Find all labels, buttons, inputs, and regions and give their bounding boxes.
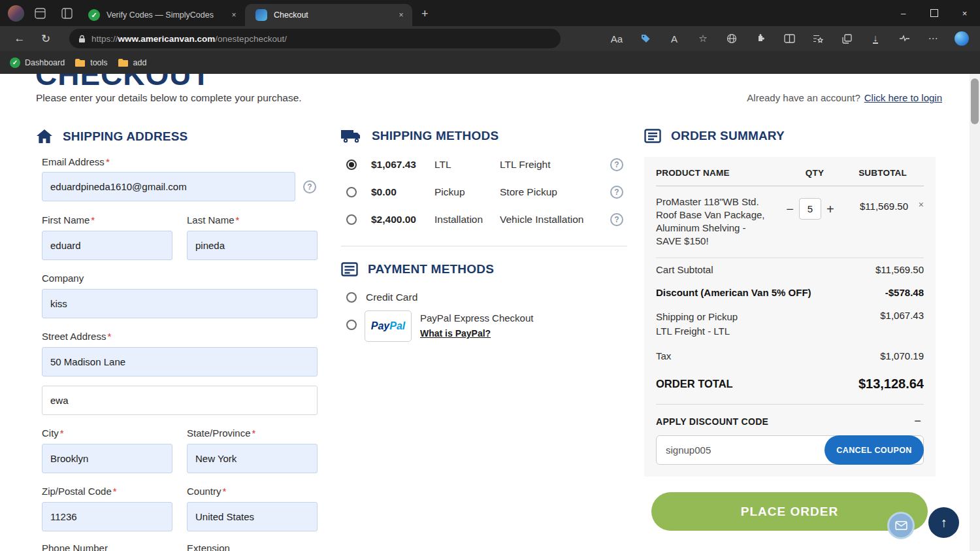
bookmark-folder-add[interactable]: add xyxy=(118,58,147,67)
truck-icon xyxy=(341,129,362,143)
item-subtotal: $11,569.50 xyxy=(847,201,908,212)
collapse-icon[interactable]: − xyxy=(914,414,924,428)
shopping-tag-icon[interactable] xyxy=(631,28,660,49)
bookmark-folder-tools[interactable]: tools xyxy=(74,58,107,67)
close-tab-icon[interactable]: × xyxy=(395,10,407,20)
chat-widget-button[interactable] xyxy=(887,512,915,539)
radio-button[interactable] xyxy=(346,187,357,197)
credit-card-option[interactable]: Credit Card xyxy=(341,292,417,303)
tab-search-icon[interactable] xyxy=(56,3,78,23)
coupon-row: CANCEL COUPON xyxy=(656,435,924,465)
page-title: CHECKOUT xyxy=(35,74,211,92)
company-field[interactable] xyxy=(42,289,318,318)
email-label: Email Address* xyxy=(42,156,110,167)
qty-increase-button[interactable]: + xyxy=(826,203,834,216)
city-field[interactable] xyxy=(42,444,172,473)
radio-button[interactable] xyxy=(346,292,357,303)
place-order-button[interactable]: PLACE ORDER xyxy=(651,492,928,531)
state-field[interactable] xyxy=(187,444,318,473)
profile-avatar[interactable] xyxy=(8,5,24,22)
refresh-button[interactable]: ↻ xyxy=(33,32,59,46)
zip-field[interactable] xyxy=(42,502,172,531)
quantity-stepper: − + xyxy=(774,198,847,220)
tab-simplycodes[interactable]: ✓ Verify Codes — SimplyCodes × xyxy=(78,4,245,26)
globe-icon[interactable] xyxy=(717,28,746,49)
bookmarks-bar: ✓ Dashboard tools add xyxy=(0,51,980,74)
copilot-icon[interactable] xyxy=(947,28,976,49)
radio-button[interactable] xyxy=(346,214,357,225)
scroll-to-top-button[interactable]: ↑ xyxy=(928,507,959,538)
extension-icon[interactable] xyxy=(746,28,775,49)
folder-icon xyxy=(118,58,129,67)
new-tab-button[interactable]: + xyxy=(421,7,429,21)
qty-input[interactable] xyxy=(799,198,821,220)
what-is-paypal-link[interactable]: What is PayPal? xyxy=(420,328,491,339)
page-subtitle: Please enter your details below to compl… xyxy=(36,92,302,104)
radio-button[interactable] xyxy=(346,159,357,170)
envelope-icon xyxy=(895,521,907,530)
page-scrollbar[interactable] xyxy=(970,74,980,551)
scrollbar-thumb[interactable] xyxy=(971,78,979,124)
qty-decrease-button[interactable]: − xyxy=(786,203,794,216)
remove-item-icon[interactable]: × xyxy=(908,199,924,210)
product-name: ProMaster 118"WB Std. Roof Base Van Pack… xyxy=(656,195,774,248)
country-label: Country* xyxy=(187,486,226,497)
phone-label: Phone Number xyxy=(42,543,108,551)
minimize-button[interactable]: – xyxy=(888,0,919,26)
login-link[interactable]: Click here to login xyxy=(864,92,942,103)
americanvan-favicon xyxy=(255,9,267,21)
email-field[interactable] xyxy=(42,172,295,201)
cart-subtotal-row: Cart Subtotal $11,569.50 xyxy=(656,258,924,281)
street-address-field[interactable] xyxy=(42,347,318,376)
bookmark-label: tools xyxy=(90,58,107,67)
paypal-option[interactable]: PayPal PayPal Express Checkout What is P… xyxy=(341,310,627,342)
tax-row: Tax $1,070.19 xyxy=(656,344,924,367)
browser-titlebar: ✓ Verify Codes — SimplyCodes × Checkout … xyxy=(0,0,980,26)
last-name-field[interactable] xyxy=(187,231,318,260)
translate-icon[interactable]: Aa xyxy=(602,28,631,49)
summary-table-header: PRODUCT NAME QTY SUBTOTAL xyxy=(656,157,924,186)
order-total-row: ORDER TOTAL $13,128.64 xyxy=(656,367,924,397)
login-prompt: Already have an account?Click here to lo… xyxy=(747,92,942,103)
email-help-icon[interactable]: ? xyxy=(303,180,316,193)
last-name-label: Last Name* xyxy=(187,214,239,225)
paypal-label: PayPal Express Checkout xyxy=(420,312,533,324)
back-button[interactable]: ← xyxy=(7,32,33,45)
bookmark-dashboard[interactable]: ✓ Dashboard xyxy=(10,58,65,68)
bookmark-label: Dashboard xyxy=(25,58,65,67)
paypal-texts: PayPal Express Checkout What is PayPal? xyxy=(420,310,533,339)
shipping-methods-heading: SHIPPING METHODS xyxy=(341,129,498,143)
split-screen-icon[interactable] xyxy=(775,28,804,49)
shipping-method-option[interactable]: $0.00 Pickup Store Pickup ? xyxy=(341,180,627,205)
browser-essentials-icon[interactable] xyxy=(890,28,919,49)
order-summary-panel: PRODUCT NAME QTY SUBTOTAL ProMaster 118"… xyxy=(644,157,936,476)
settings-menu-icon[interactable]: ⋯ xyxy=(919,28,947,49)
shipping-row: Shipping or PickupLTL Freight - LTL $1,0… xyxy=(656,304,924,344)
shipping-address-heading: SHIPPING ADDRESS xyxy=(36,129,188,144)
help-icon[interactable]: ? xyxy=(610,186,623,199)
favorite-star-icon[interactable]: ☆ xyxy=(689,28,717,49)
shipping-method-option[interactable]: $1,067.43 LTL LTL Freight ? xyxy=(341,152,627,177)
country-field[interactable] xyxy=(187,502,318,531)
street-address-2-field[interactable] xyxy=(42,386,318,415)
cancel-coupon-button[interactable]: CANCEL COUPON xyxy=(825,435,924,465)
help-icon[interactable]: ? xyxy=(610,158,623,171)
close-tab-icon[interactable]: × xyxy=(228,10,240,20)
close-window-button[interactable]: × xyxy=(949,0,980,26)
help-icon[interactable]: ? xyxy=(610,213,623,226)
download-icon[interactable]: ↓ xyxy=(861,28,890,49)
street-address-label: Street Address* xyxy=(42,331,111,342)
apply-discount-header[interactable]: APPLY DISCOUNT CODE − xyxy=(656,405,924,435)
maximize-button[interactable] xyxy=(919,0,949,26)
address-bar[interactable]: https://www.americanvan.com/onestepcheck… xyxy=(69,29,561,48)
home-icon xyxy=(36,129,53,144)
first-name-field[interactable] xyxy=(42,231,172,260)
collections-icon[interactable] xyxy=(832,28,861,49)
read-aloud-icon[interactable]: A xyxy=(660,28,689,49)
shipping-method-option[interactable]: $2,400.00 Installation Vehicle Installat… xyxy=(341,207,627,232)
favorites-list-icon[interactable] xyxy=(804,28,832,49)
radio-button[interactable] xyxy=(346,320,357,330)
tab-checkout[interactable]: Checkout × xyxy=(245,4,412,26)
paypal-logo: PayPal xyxy=(365,310,412,342)
workspaces-icon[interactable] xyxy=(29,3,51,23)
